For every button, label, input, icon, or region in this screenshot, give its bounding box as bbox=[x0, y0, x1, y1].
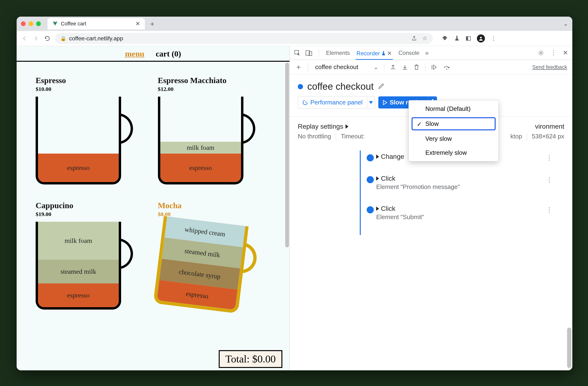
timeout-label: Timeout: bbox=[341, 133, 364, 140]
profile-avatar[interactable] bbox=[477, 34, 485, 42]
recording-selector[interactable]: coffee checkout bbox=[315, 63, 358, 71]
step-subtitle: Element "Promotion message" bbox=[376, 183, 562, 191]
step-replay-icon[interactable] bbox=[431, 64, 438, 70]
step-over-icon[interactable] bbox=[443, 64, 450, 70]
performance-panel-button[interactable]: Performance panel bbox=[298, 96, 367, 109]
close-devtools-icon[interactable]: ✕ bbox=[563, 49, 568, 57]
layer-espresso: espresso bbox=[67, 164, 90, 172]
minimize-window-button[interactable] bbox=[28, 21, 33, 26]
product-title: Mocha bbox=[158, 201, 271, 210]
check-icon: ✓ bbox=[417, 121, 422, 128]
cup-macchiato: milk foam espresso bbox=[158, 97, 258, 187]
recording-title: coffee checkout bbox=[307, 81, 374, 92]
devtools-scrollbar[interactable] bbox=[567, 328, 571, 368]
edit-pencil-icon[interactable] bbox=[378, 83, 384, 90]
vue-icon bbox=[52, 21, 58, 27]
layer-milkfoam: milk foam bbox=[64, 237, 92, 244]
maximize-window-button[interactable] bbox=[36, 21, 41, 26]
layer-choco: chocolate syrup bbox=[178, 268, 221, 280]
browser-window: Coffee cart ✕ ＋ ⌄ 🔒 coffee-cart.netlify.… bbox=[17, 17, 572, 370]
browser-toolbar: 🔒 coffee-cart.netlify.app ☆ ⋮ bbox=[17, 31, 572, 46]
extensions-icon[interactable] bbox=[442, 35, 448, 41]
back-button[interactable] bbox=[21, 35, 28, 42]
new-tab-button[interactable]: ＋ bbox=[149, 19, 156, 29]
page-content: menu cart (0) Espresso $10.00 espresso bbox=[17, 46, 290, 370]
bookmark-icon[interactable]: ☆ bbox=[422, 35, 427, 42]
step-more-icon[interactable]: ⋮ bbox=[546, 154, 552, 162]
svg-point-7 bbox=[446, 69, 447, 70]
product-cappucino[interactable]: Cappucino $19.00 milk foam steamed milk … bbox=[36, 201, 148, 312]
replay-speed-option-normal[interactable]: Normal (Default) bbox=[409, 102, 499, 116]
step-title: Click bbox=[381, 175, 395, 182]
replay-speed-option-very-slow[interactable]: Very slow bbox=[409, 132, 499, 146]
recording-dropdown-icon[interactable]: ⌄ bbox=[374, 64, 378, 70]
flask-icon bbox=[381, 51, 386, 56]
tabs-dropdown-icon[interactable]: ⌄ bbox=[563, 20, 568, 27]
export-icon[interactable] bbox=[390, 64, 396, 70]
svg-rect-5 bbox=[309, 52, 312, 56]
replay-settings-label[interactable]: Replay settings bbox=[298, 123, 343, 130]
close-window-button[interactable] bbox=[21, 21, 26, 26]
tab-recorder[interactable]: Recorder ✕ bbox=[356, 49, 393, 60]
devtools-kebab-icon[interactable]: ⋮ bbox=[550, 49, 557, 57]
tab-recorder-label: Recorder bbox=[357, 50, 380, 57]
url-text: coffee-cart.netlify.app bbox=[69, 35, 123, 42]
window-controls bbox=[21, 21, 41, 26]
nav-cart-link[interactable]: cart (0) bbox=[156, 49, 181, 58]
chevron-right-icon bbox=[376, 176, 379, 181]
total-box[interactable]: Total: $0.00 bbox=[219, 350, 282, 368]
cup-mocha: whipped cream steamed milk chocolate syr… bbox=[153, 216, 263, 318]
chevron-right-icon bbox=[346, 124, 348, 129]
devtools-tabs: Elements Recorder ✕ Console » ⋮ ✕ bbox=[290, 46, 572, 60]
layer-whipped: whipped cream bbox=[184, 225, 225, 238]
step-more-icon[interactable]: ⋮ bbox=[546, 176, 552, 183]
kebab-menu-icon[interactable]: ⋮ bbox=[491, 35, 497, 42]
timeline-step[interactable]: Click Element "Promotion message" ⋮ bbox=[300, 175, 562, 191]
layer-espresso: espresso bbox=[186, 290, 209, 300]
step-more-icon[interactable]: ⋮ bbox=[546, 206, 552, 214]
address-bar[interactable]: 🔒 coffee-cart.netlify.app ☆ bbox=[55, 33, 433, 44]
labs-flask-icon[interactable] bbox=[454, 35, 460, 41]
chevron-right-icon bbox=[376, 206, 379, 211]
product-macchiato[interactable]: Espresso Macchiato $12.00 milk foam espr… bbox=[158, 76, 271, 187]
layer-espresso: espresso bbox=[189, 164, 212, 172]
tab-title: Coffee cart bbox=[61, 21, 86, 27]
more-tabs-icon[interactable]: » bbox=[425, 49, 429, 57]
delete-icon[interactable] bbox=[414, 64, 420, 70]
timeline-step[interactable]: Click Element "Submit" ⋮ bbox=[300, 205, 562, 221]
forward-button[interactable] bbox=[32, 35, 40, 42]
device-toggle-icon[interactable] bbox=[305, 50, 313, 56]
svg-rect-1 bbox=[466, 37, 468, 40]
replay-speed-option-slow[interactable]: ✓ Slow bbox=[411, 117, 496, 131]
performance-panel-dropdown[interactable] bbox=[367, 96, 375, 109]
viewport-size: 538×624 px bbox=[532, 133, 564, 140]
settings-gear-icon[interactable] bbox=[538, 50, 544, 56]
product-price: $12.00 bbox=[158, 86, 271, 92]
play-icon bbox=[383, 100, 387, 105]
close-tab-icon[interactable]: ✕ bbox=[135, 20, 140, 27]
product-espresso[interactable]: Espresso $10.00 espresso bbox=[36, 76, 148, 187]
new-recording-icon[interactable]: ＋ bbox=[295, 62, 302, 72]
step-subtitle: Element "Submit" bbox=[376, 213, 562, 221]
tab-console[interactable]: Console bbox=[398, 48, 420, 58]
product-mocha[interactable]: Mocha $8.00 whipped cream steamed milk c… bbox=[158, 201, 271, 312]
inspect-icon[interactable] bbox=[294, 50, 301, 56]
import-icon[interactable] bbox=[402, 64, 408, 70]
svg-point-6 bbox=[540, 52, 542, 54]
page-scrollbar[interactable] bbox=[285, 63, 289, 370]
share-icon[interactable] bbox=[411, 36, 417, 41]
nav-menu-link[interactable]: menu bbox=[125, 49, 144, 58]
panel-icon[interactable] bbox=[465, 36, 471, 41]
layer-steamed: steamed milk bbox=[61, 268, 96, 275]
step-title: Change bbox=[381, 153, 404, 161]
product-price: $19.00 bbox=[36, 211, 148, 218]
send-feedback-link[interactable]: Send feedback bbox=[532, 64, 567, 70]
environment-label[interactable]: vironment bbox=[535, 123, 564, 130]
browser-tabbar: Coffee cart ✕ ＋ ⌄ bbox=[17, 17, 572, 31]
tab-elements[interactable]: Elements bbox=[325, 48, 351, 58]
browser-tab[interactable]: Coffee cart ✕ bbox=[47, 18, 145, 29]
close-tab-recorder-icon[interactable]: ✕ bbox=[387, 50, 392, 57]
gauge-icon bbox=[302, 100, 308, 105]
replay-speed-option-extremely-slow[interactable]: Extremely slow bbox=[409, 146, 499, 160]
reload-button[interactable] bbox=[44, 35, 51, 42]
